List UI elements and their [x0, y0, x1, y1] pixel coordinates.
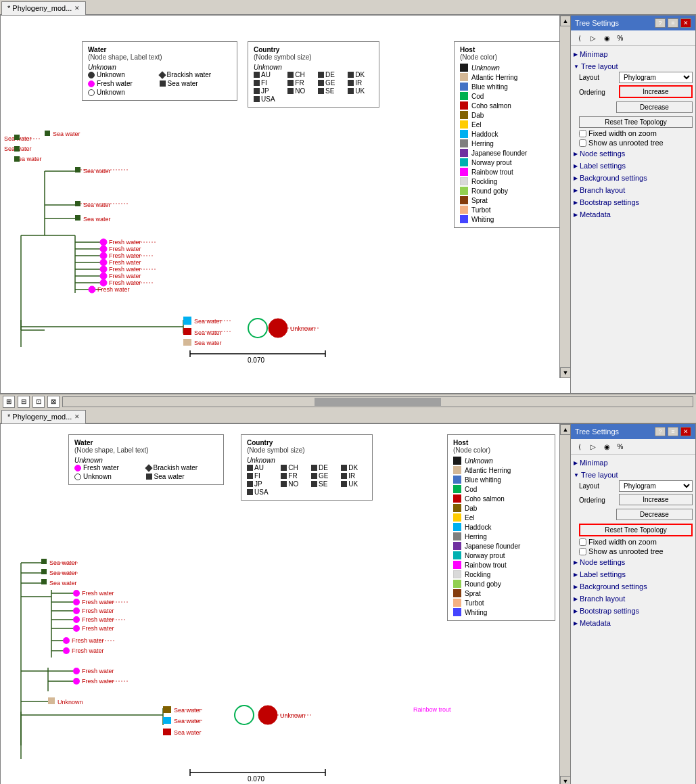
toolbar-icon-2[interactable]: ▷	[587, 32, 599, 44]
unrooted-label-1: Show as unrooted tree	[588, 139, 664, 147]
hscroll-1[interactable]	[62, 396, 693, 407]
settings-min-btn-1[interactable]: ?	[655, 18, 666, 28]
bootstrap-header-1[interactable]: ▶ Bootstrap settings	[574, 197, 693, 208]
toolbar-icon-2-1[interactable]: ⟨	[574, 440, 586, 453]
decrease-btn-1[interactable]: Decrease	[616, 101, 693, 113]
svg-text:Fresh water: Fresh water	[109, 259, 141, 266]
fixed-width-label-2: Fixed width on zoom	[588, 538, 657, 546]
settings-title-2: Tree Settings	[575, 428, 619, 436]
unrooted-check-2[interactable]	[579, 548, 586, 555]
minimap-arrow-2: ▶	[574, 460, 578, 466]
vscroll-up-1[interactable]: ▲	[560, 16, 570, 26]
metadata-header-2[interactable]: ▶ Metadata	[574, 618, 693, 628]
layout-select-2[interactable]: Phylogram	[619, 480, 693, 492]
svg-point-96	[73, 616, 80, 623]
increase-btn-1[interactable]: Increase	[619, 85, 693, 98]
vscroll-2[interactable]: ▲ ▼	[559, 424, 570, 784]
layout-select-1[interactable]: Phylogram	[619, 72, 693, 83]
settings-titlebar-1: Tree Settings ? ≡ ✕	[571, 16, 695, 30]
treelayout-header-1[interactable]: ▼ Tree layout	[574, 61, 693, 72]
fixed-width-check-2[interactable]	[579, 538, 586, 546]
increase-btn-2[interactable]: Increase	[619, 494, 693, 505]
vscroll-down-2[interactable]: ▼	[560, 776, 570, 784]
svg-text:Fresh water: Fresh water	[82, 607, 114, 614]
metadata-header-1[interactable]: ▶ Metadata	[574, 209, 693, 220]
treelayout-section-2: ▼ Tree layout Layout Phylogram Ordering	[574, 469, 693, 555]
svg-rect-130	[163, 729, 171, 735]
label-settings-label-1: Label settings	[580, 162, 626, 170]
tab-2-close[interactable]: ✕	[74, 413, 80, 420]
vscroll-down-1[interactable]: ▼	[560, 367, 570, 378]
svg-text:Unknown: Unknown	[290, 325, 316, 332]
unrooted-check-1[interactable]	[579, 139, 586, 147]
tree-svg-1: Sea water Sea water Sea water	[1, 16, 569, 367]
settings-title-1: Tree Settings	[575, 19, 619, 27]
settings-close-btn-2[interactable]: ✕	[680, 427, 691, 436]
vscroll-1[interactable]: ▲ ▼	[559, 16, 570, 378]
label-settings-header-1[interactable]: ▶ Label settings	[574, 160, 693, 171]
bottom-icon-2[interactable]: ⊟	[18, 396, 30, 408]
reset-topology-btn-1[interactable]: Reset Tree Topology	[579, 116, 693, 128]
svg-text:Fresh water: Fresh water	[82, 599, 114, 605]
main-pane-1: Water (Node shape, Label text) Unknown U…	[0, 15, 696, 394]
settings-help-btn-2[interactable]: ≡	[668, 427, 678, 436]
bottom-icon-3[interactable]: ⊡	[32, 396, 45, 408]
svg-text:Fresh water: Fresh water	[97, 286, 130, 293]
minimap-header-1[interactable]: ▶ Minimap	[574, 49, 693, 60]
minimap-arrow-1: ▶	[574, 51, 578, 57]
toolbar-icon-3[interactable]: ◉	[601, 32, 613, 44]
svg-text:Fresh water: Fresh water	[82, 668, 114, 674]
minimap-header-2[interactable]: ▶ Minimap	[574, 457, 693, 468]
hscroll-thumb-1	[315, 398, 440, 406]
label-settings-header-2[interactable]: ▶ Label settings	[574, 569, 693, 580]
branch-layout-section-2: ▶ Branch layout	[574, 593, 693, 604]
treelayout-header-2[interactable]: ▼ Tree layout	[574, 469, 693, 480]
branch-layout-section-1: ▶ Branch layout	[574, 185, 693, 195]
svg-rect-29	[14, 156, 20, 162]
tab-2[interactable]: * Phylogeny_mod... ✕	[1, 410, 86, 423]
layout-label-2: Layout	[579, 482, 616, 490]
svg-text:Fresh water: Fresh water	[82, 616, 114, 623]
branch-layout-header-1[interactable]: ▶ Branch layout	[574, 185, 693, 195]
metadata-label-2: Metadata	[580, 619, 611, 627]
fixed-width-check-1[interactable]	[579, 130, 586, 137]
settings-close-btn-1[interactable]: ✕	[680, 18, 691, 28]
bottom-icon-4[interactable]: ⊠	[47, 396, 60, 408]
settings-help-btn-1[interactable]: ≡	[668, 18, 678, 28]
node-seawater-2	[75, 201, 80, 206]
toolbar-icon-4[interactable]: %	[614, 32, 626, 44]
bottom-icon-1[interactable]: ⊞	[3, 396, 15, 408]
bg-settings-header-1[interactable]: ▶ Background settings	[574, 172, 693, 183]
vscroll-up-2[interactable]: ▲	[560, 424, 570, 435]
tab-1[interactable]: * Phylogeny_mod... ✕	[1, 1, 86, 15]
reset-topology-btn-2[interactable]: Reset Tree Topology	[579, 524, 693, 536]
settings-titlebar-2: Tree Settings ? ≡ ✕	[571, 424, 695, 439]
bootstrap-header-2[interactable]: ▶ Bootstrap settings	[574, 605, 693, 616]
ordering-label-1: Ordering	[579, 89, 616, 96]
settings-min-btn-2[interactable]: ?	[655, 427, 666, 436]
branch-layout-header-2[interactable]: ▶ Branch layout	[574, 593, 693, 604]
svg-text:Fresh water: Fresh water	[109, 273, 141, 279]
toolbar-icon-1[interactable]: ⟨	[574, 32, 586, 44]
node-settings-header-2[interactable]: ▶ Node settings	[574, 557, 693, 568]
toolbar-icon-2-3[interactable]: ◉	[601, 440, 613, 453]
toolbar-icon-2-4[interactable]: %	[614, 440, 626, 453]
tab-1-close[interactable]: ✕	[74, 5, 80, 11]
svg-text:Rainbow trout: Rainbow trout	[413, 706, 451, 713]
tree-area-2[interactable]: Water (Node shape, Label text) Unknown F…	[1, 424, 570, 784]
tree-area-1[interactable]: Water (Node shape, Label text) Unknown U…	[1, 16, 570, 393]
svg-rect-25	[14, 135, 20, 140]
svg-rect-58	[183, 328, 191, 335]
decrease-btn-2[interactable]: Decrease	[616, 509, 693, 520]
svg-rect-55	[183, 317, 191, 325]
svg-text:Sea water: Sea water	[83, 202, 111, 208]
svg-rect-127	[163, 717, 171, 724]
bg-settings-header-2[interactable]: ▶ Background settings	[574, 581, 693, 592]
svg-text:Sea water: Sea water	[53, 131, 80, 137]
svg-point-93	[73, 607, 80, 614]
node-settings-header-1[interactable]: ▶ Node settings	[574, 148, 693, 159]
metadata-section-1: ▶ Metadata	[574, 209, 693, 220]
unrooted-label-2: Show as unrooted tree	[588, 547, 664, 555]
svg-point-133	[258, 706, 277, 724]
toolbar-icon-2-2[interactable]: ▷	[587, 440, 599, 453]
